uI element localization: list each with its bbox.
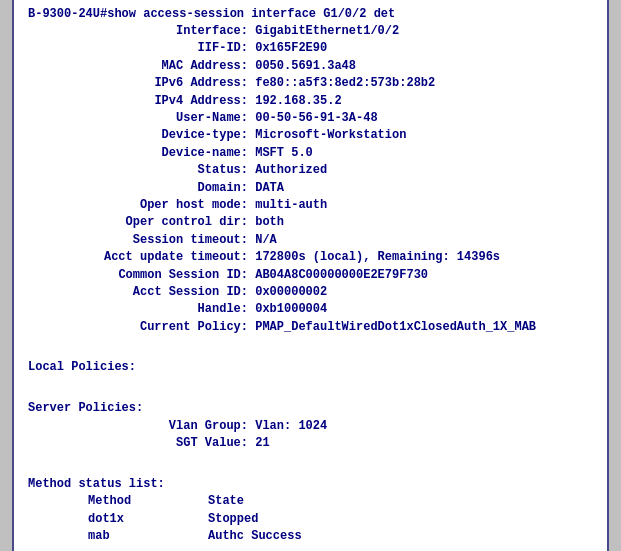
table-row: Common Session ID: AB04A8C00000000E2E79F… [28, 267, 593, 284]
table-row: Vlan Group: Vlan: 1024 [28, 418, 593, 435]
method-name: Method [88, 493, 208, 510]
row-value: Microsoft-Workstation [248, 127, 593, 144]
table-row: Interface: GigabitEthernet1/0/2 [28, 23, 593, 40]
table-row: Handle: 0xb1000004 [28, 301, 593, 318]
local-policies-section: Local Policies: [28, 359, 593, 376]
row-label: Acct update timeout: [28, 249, 248, 266]
method-row: MethodState [28, 493, 593, 510]
table-row: IIF-ID: 0x165F2E90 [28, 40, 593, 57]
table-row: Acct Session ID: 0x00000002 [28, 284, 593, 301]
table-row: MAC Address: 0050.5691.3a48 [28, 58, 593, 75]
row-value: 192.168.35.2 [248, 93, 593, 110]
row-value: both [248, 214, 593, 231]
method-state: Authc Success [208, 528, 302, 545]
table-row: IPv6 Address: fe80::a5f3:8ed2:573b:28b2 [28, 75, 593, 92]
method-name: dot1x [88, 511, 208, 528]
row-label: Vlan Group: [28, 418, 248, 435]
table-row: Oper host mode: multi-auth [28, 197, 593, 214]
table-row: Device-type: Microsoft-Workstation [28, 127, 593, 144]
method-row: mabAuthc Success [28, 528, 593, 545]
row-value: 0x00000002 [248, 284, 593, 301]
local-policies-header: Local Policies: [28, 359, 593, 376]
terminal-window: B-9300-24U#show access-session interface… [12, 0, 609, 551]
row-value: GigabitEthernet1/0/2 [248, 23, 593, 40]
row-label: IIF-ID: [28, 40, 248, 57]
row-label: Status: [28, 162, 248, 179]
row-value: fe80::a5f3:8ed2:573b:28b2 [248, 75, 593, 92]
method-name: mab [88, 528, 208, 545]
row-label: MAC Address: [28, 58, 248, 75]
row-value: 00-50-56-91-3A-48 [248, 110, 593, 127]
row-value: AB04A8C00000000E2E79F730 [248, 267, 593, 284]
table-row: User-Name: 00-50-56-91-3A-48 [28, 110, 593, 127]
method-state: Stopped [208, 511, 258, 528]
info-table: Interface: GigabitEthernet1/0/2IIF-ID: 0… [28, 23, 593, 336]
row-label: Current Policy: [28, 319, 248, 336]
method-status-section: Method status list: MethodStatedot1xStop… [28, 476, 593, 546]
row-value: 0050.5691.3a48 [248, 58, 593, 75]
row-label: Oper control dir: [28, 214, 248, 231]
command-line: B-9300-24U#show access-session interface… [28, 6, 593, 23]
row-value: N/A [248, 232, 593, 249]
row-label: Interface: [28, 23, 248, 40]
command-text: B-9300-24U#show access-session interface… [28, 6, 395, 23]
server-policies-header: Server Policies: [28, 400, 593, 417]
row-label: IPv6 Address: [28, 75, 248, 92]
row-value: MSFT 5.0 [248, 145, 593, 162]
row-label: SGT Value: [28, 435, 248, 452]
row-value: multi-auth [248, 197, 593, 214]
row-label: Common Session ID: [28, 267, 248, 284]
row-value: 172800s (local), Remaining: 14396s [248, 249, 593, 266]
row-label: Device-type: [28, 127, 248, 144]
row-value: 0xb1000004 [248, 301, 593, 318]
table-row: SGT Value: 21 [28, 435, 593, 452]
row-label: Domain: [28, 180, 248, 197]
table-row: Session timeout: N/A [28, 232, 593, 249]
table-row: Device-name: MSFT 5.0 [28, 145, 593, 162]
row-label: IPv4 Address: [28, 93, 248, 110]
method-state: State [208, 493, 244, 510]
row-label: Handle: [28, 301, 248, 318]
table-row: Domain: DATA [28, 180, 593, 197]
row-label: Device-name: [28, 145, 248, 162]
row-label: Session timeout: [28, 232, 248, 249]
method-row: dot1xStopped [28, 511, 593, 528]
row-label: User-Name: [28, 110, 248, 127]
row-label: Oper host mode: [28, 197, 248, 214]
server-policies-table: Vlan Group: Vlan: 1024 SGT Value: 21 [28, 418, 593, 453]
row-value: 0x165F2E90 [248, 40, 593, 57]
row-value: DATA [248, 180, 593, 197]
row-label: Acct Session ID: [28, 284, 248, 301]
server-policies-section: Server Policies: Vlan Group: Vlan: 1024 … [28, 400, 593, 452]
row-value: Vlan: 1024 [248, 418, 593, 435]
table-row: IPv4 Address: 192.168.35.2 [28, 93, 593, 110]
table-row: Oper control dir: both [28, 214, 593, 231]
table-row: Current Policy: PMAP_DefaultWiredDot1xCl… [28, 319, 593, 336]
row-value: PMAP_DefaultWiredDot1xClosedAuth_1X_MAB [248, 319, 593, 336]
row-value: 21 [248, 435, 593, 452]
row-value: Authorized [248, 162, 593, 179]
method-status-header: Method status list: [28, 476, 593, 493]
table-row: Acct update timeout: 172800s (local), Re… [28, 249, 593, 266]
table-row: Status: Authorized [28, 162, 593, 179]
